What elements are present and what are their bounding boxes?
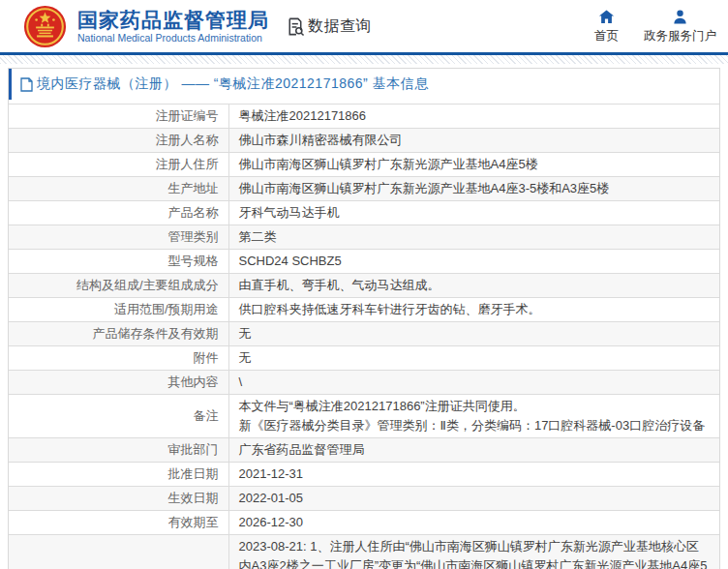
- nav-portal[interactable]: 政务服务门户: [644, 9, 716, 45]
- org-name-cn: 国家药品监督管理局: [77, 9, 269, 32]
- row-label: 型号规格: [9, 250, 228, 274]
- row-label: 附件: [9, 346, 228, 371]
- nav-data-query[interactable]: 数据查询: [285, 16, 372, 37]
- table-row: 适用范围/预期用途供口腔科夹持低速牙科车针进行牙齿的钻、磨牙手术。: [9, 298, 719, 322]
- row-value: 供口腔科夹持低速牙科车针进行牙齿的钻、磨牙手术。: [228, 298, 719, 322]
- row-value: SCHD24 SCHBZ5: [228, 250, 719, 274]
- row-label: 变更情况: [9, 535, 228, 569]
- row-value: 牙科气动马达手机: [228, 201, 719, 225]
- table-row: 生产地址佛山市南海区狮山镇罗村广东新光源产业基地A4座3-5楼和A3座5楼: [9, 177, 719, 201]
- table-row: 备注本文件与“粤械注准20212171866”注册证共同使用。 新《医疗器械分类…: [9, 395, 719, 438]
- user-icon: [672, 9, 688, 25]
- logo-text: 国家药品监督管理局 National Medical Products Admi…: [77, 9, 269, 45]
- row-value: 第二类: [228, 225, 719, 250]
- page-title-bar: 境内医疗器械（注册） —— “粤械注准20212171866” 基本信息: [9, 69, 719, 100]
- table-row: 附件无: [9, 346, 719, 371]
- row-value: 粤械注准20212171866: [228, 105, 719, 129]
- nav-home[interactable]: 首页: [594, 9, 619, 45]
- registration-info-table: 注册证编号粤械注准20212171866注册人名称佛山市森川精密器械有限公司注册…: [9, 104, 719, 569]
- decorative-hatch-strip: [0, 55, 728, 64]
- row-value: 佛山市南海区狮山镇罗村广东新光源产业基地A4座3-5楼和A3座5楼: [228, 177, 719, 201]
- row-value: \: [228, 371, 719, 395]
- row-value: 2026-12-30: [228, 511, 719, 535]
- table-row: 管理类别第二类: [9, 225, 719, 250]
- table-row: 有效期至2026-12-30: [9, 511, 719, 535]
- data-query-label: 数据查询: [308, 16, 372, 37]
- row-label: 生效日期: [9, 487, 228, 511]
- table-row: 其他内容\: [9, 371, 719, 395]
- table-row: 型号规格SCHD24 SCHBZ5: [9, 250, 719, 274]
- row-label: 注册人名称: [9, 129, 228, 153]
- row-label: 其他内容: [9, 371, 228, 395]
- row-value: 本文件与“粤械注准20212171866”注册证共同使用。 新《医疗器械分类目录…: [228, 395, 719, 438]
- row-value: 2022-01-05: [228, 487, 719, 511]
- row-label: 注册证编号: [9, 105, 228, 129]
- org-name-en: National Medical Products Administration: [77, 32, 269, 45]
- national-emblem-icon: [23, 5, 67, 48]
- row-label: 备注: [9, 395, 228, 438]
- row-label: 产品储存条件及有效期: [9, 322, 228, 346]
- top-nav: 首页 政务服务门户: [594, 9, 718, 45]
- nmpa-logo[interactable]: 国家药品监督管理局 National Medical Products Admi…: [23, 5, 269, 48]
- row-label: 批准日期: [9, 463, 228, 487]
- row-value: 无: [228, 346, 719, 371]
- table-row: 变更情况2023-08-21: 1、注册人住所由“佛山市南海区狮山镇罗村广东新光…: [9, 535, 719, 569]
- table-row: 产品名称牙科气动马达手机: [9, 201, 719, 225]
- table-row: 注册人名称佛山市森川精密器械有限公司: [9, 129, 719, 153]
- info-table-body: 注册证编号粤械注准20212171866注册人名称佛山市森川精密器械有限公司注册…: [9, 105, 719, 569]
- row-label: 产品名称: [9, 201, 228, 225]
- row-label: 管理类别: [9, 225, 228, 250]
- page-title: 境内医疗器械（注册） —— “粤械注准20212171866” 基本信息: [37, 75, 429, 93]
- row-label: 审批部门: [9, 438, 228, 463]
- home-icon: [598, 9, 615, 25]
- row-value: 2023-08-21: 1、注册人住所由“佛山市南海区狮山镇罗村广东新光源产业基…: [228, 535, 719, 569]
- row-value: 无: [228, 322, 719, 346]
- row-label: 结构及组成/主要组成成分: [9, 274, 228, 298]
- nav-portal-label: 政务服务门户: [644, 28, 716, 45]
- table-row: 注册证编号粤械注准20212171866: [9, 105, 719, 129]
- table-row: 注册人住所佛山市南海区狮山镇罗村广东新光源产业基地A4座5楼: [9, 153, 719, 177]
- row-value: 佛山市南海区狮山镇罗村广东新光源产业基地A4座5楼: [228, 153, 719, 177]
- table-row: 批准日期2021-12-31: [9, 463, 719, 487]
- document-icon: [20, 77, 33, 92]
- nav-home-label: 首页: [594, 28, 619, 45]
- row-value: 广东省药品监督管理局: [228, 438, 719, 463]
- row-value: 佛山市森川精密器械有限公司: [228, 129, 719, 153]
- row-label: 适用范围/预期用途: [9, 298, 228, 322]
- row-value: 2021-12-31: [228, 463, 719, 487]
- data-query-icon: [285, 16, 305, 37]
- row-value: 由直手机、弯手机、气动马达组成。: [228, 274, 719, 298]
- table-row: 生效日期2022-01-05: [9, 487, 719, 511]
- row-label: 有效期至: [9, 511, 228, 535]
- row-label: 生产地址: [9, 177, 228, 201]
- row-label: 注册人住所: [9, 153, 228, 177]
- table-row: 结构及组成/主要组成成分由直手机、弯手机、气动马达组成。: [9, 274, 719, 298]
- table-row: 审批部门广东省药品监督管理局: [9, 438, 719, 463]
- site-header: 国家药品监督管理局 National Medical Products Admi…: [0, 0, 728, 55]
- content-box: 境内医疗器械（注册） —— “粤械注准20212171866” 基本信息 注册证…: [8, 68, 720, 569]
- table-row: 产品储存条件及有效期无: [9, 322, 719, 346]
